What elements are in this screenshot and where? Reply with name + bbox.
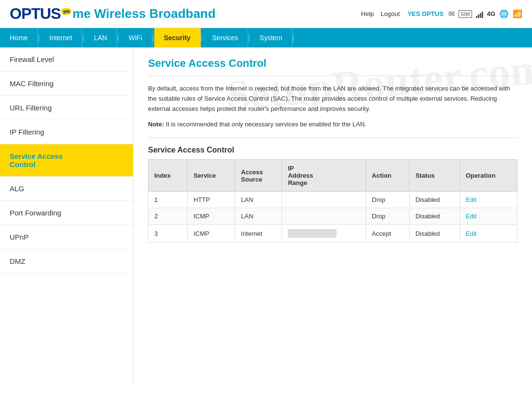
cell-access-source: Internet: [235, 225, 282, 243]
cell-operation[interactable]: Edit: [460, 192, 517, 208]
col-action: Action: [366, 160, 409, 192]
header-status: YES OPTUS ✉ SIM 4G 🌐 📶: [408, 9, 522, 18]
service-access-table: Index Service AccessSource IPAddressRang…: [148, 159, 517, 243]
sidebar: Firewall Level MAC Filtering URL Filteri…: [0, 47, 133, 386]
nav-lan[interactable]: LAN: [84, 28, 117, 47]
table-row: 1 HTTP LAN Drop Disabled Edit: [148, 192, 517, 208]
table-row: 3 ICMP Internet ██████████ Accept Disabl…: [148, 225, 517, 243]
cell-action: Drop: [366, 208, 409, 225]
note-text: Note: It is recommended that only necess…: [148, 121, 517, 128]
note-body: It is recommended that only necessary se…: [164, 121, 366, 128]
section-title: Service Access Control: [148, 138, 517, 154]
cell-status: Disabled: [409, 225, 459, 243]
sidebar-item-dmz[interactable]: DMZ: [0, 249, 133, 274]
cell-action: Drop: [366, 192, 409, 208]
col-service: Service: [188, 160, 235, 192]
col-status: Status: [409, 160, 459, 192]
yes-badge: yes: [61, 8, 72, 15]
wifi-icon: 📶: [513, 9, 522, 18]
edit-link[interactable]: Edit: [466, 213, 476, 220]
cell-service: ICMP: [188, 225, 235, 243]
sidebar-item-mac-filtering[interactable]: MAC Filtering: [0, 72, 133, 96]
logo-optus-text: OPTUS: [10, 5, 60, 22]
nav-wifi[interactable]: WiFi: [119, 28, 152, 47]
col-access-source: AccessSource: [235, 160, 282, 192]
edit-link[interactable]: Edit: [466, 230, 476, 237]
main-panel: SetupRouter.com Service Access Control B…: [133, 47, 532, 386]
sidebar-item-service-access-control[interactable]: Service AccessControl: [0, 144, 133, 177]
cell-operation[interactable]: Edit: [460, 225, 517, 243]
sidebar-item-url-filtering[interactable]: URL Filtering: [0, 96, 133, 120]
col-ip-range: IPAddressRange: [282, 160, 366, 192]
header-top-links: Help Logout: [356, 10, 400, 17]
col-index: Index: [148, 160, 188, 192]
cell-index: 3: [148, 225, 188, 243]
logo-subtitle: me Wireless Broadband: [73, 6, 216, 21]
description-text: By default, access from the Internet is …: [148, 84, 517, 114]
logo-area: OPTUSyes me Wireless Broadband: [10, 5, 216, 23]
ip-range-cell: [282, 192, 366, 208]
cell-access-source: LAN: [235, 208, 282, 225]
cell-service: HTTP: [188, 192, 235, 208]
cell-access-source: LAN: [235, 192, 282, 208]
mail-icon: ✉: [448, 9, 455, 18]
sim-icon: SIM: [458, 10, 472, 18]
logout-link[interactable]: Logout: [381, 10, 400, 17]
status-icons: ✉ SIM 4G 🌐 📶: [448, 9, 522, 18]
nav-security[interactable]: Security: [154, 28, 201, 47]
sidebar-item-alg[interactable]: ALG: [0, 177, 133, 201]
header-right: Help Logout YES OPTUS ✉ SIM 4G 🌐: [356, 9, 522, 18]
signal-bars-icon: [476, 10, 483, 18]
main-nav: Home | Internet | LAN | WiFi | Security …: [0, 28, 532, 47]
lte-label: 4G: [487, 10, 495, 17]
help-link[interactable]: Help: [361, 10, 374, 17]
cell-index: 1: [148, 192, 188, 208]
optus-logo: OPTUSyes: [10, 5, 72, 23]
nav-system[interactable]: System: [250, 28, 293, 47]
note-prefix: Note:: [148, 121, 164, 128]
ip-range-cell: [282, 208, 366, 225]
content-area: Firewall Level MAC Filtering URL Filteri…: [0, 47, 532, 386]
nav-services[interactable]: Services: [203, 28, 249, 47]
sidebar-item-upnp[interactable]: UPnP: [0, 225, 133, 249]
cell-service: ICMP: [188, 208, 235, 225]
page-title: Service Access Control: [148, 57, 517, 76]
cell-action: Accept: [366, 225, 409, 243]
sidebar-item-ip-filtering[interactable]: IP Filtering: [0, 120, 133, 144]
cell-status: Disabled: [409, 208, 459, 225]
sidebar-item-port-forwarding[interactable]: Port Forwarding: [0, 201, 133, 225]
globe-icon: 🌐: [499, 9, 509, 18]
nav-home[interactable]: Home: [0, 28, 38, 47]
col-operation: Operation: [460, 160, 517, 192]
ip-range-cell: ██████████: [282, 225, 366, 243]
nav-internet[interactable]: Internet: [40, 28, 82, 47]
main-content: Service Access Control By default, acces…: [148, 57, 517, 243]
sidebar-item-firewall-level[interactable]: Firewall Level: [0, 47, 133, 72]
cell-index: 2: [148, 208, 188, 225]
table-row: 2 ICMP LAN Drop Disabled Edit: [148, 208, 517, 225]
cell-status: Disabled: [409, 192, 459, 208]
header: OPTUSyes me Wireless Broadband Help Logo…: [0, 0, 532, 28]
edit-link[interactable]: Edit: [466, 196, 476, 203]
yes-optus-label: YES OPTUS: [408, 10, 443, 17]
cell-operation[interactable]: Edit: [460, 208, 517, 225]
